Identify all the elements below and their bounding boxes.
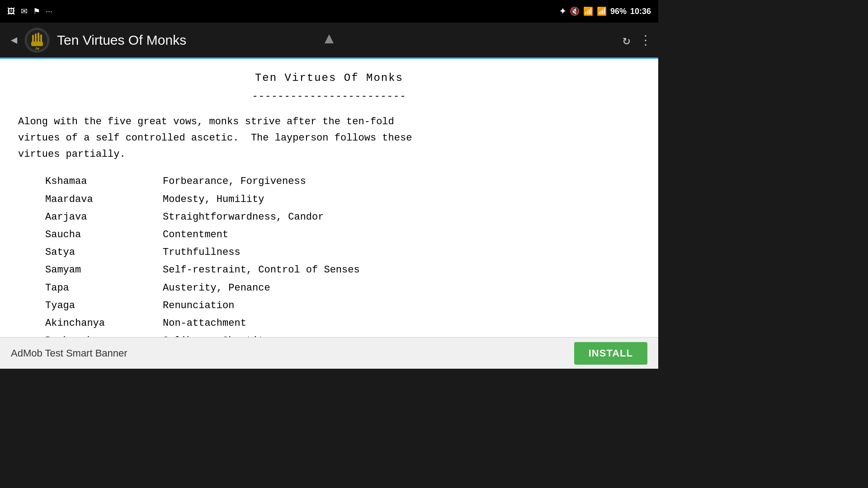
app-logo: JW [24, 28, 50, 53]
virtue-name: Tapa [45, 280, 163, 296]
battery-level: 96% [610, 7, 627, 16]
email-icon: ✉ [21, 6, 28, 16]
svg-text:JW: JW [35, 47, 39, 51]
virtue-name: Brahmacharya [45, 333, 163, 337]
svg-rect-4 [40, 34, 42, 42]
virtue-name: Akinchanya [45, 315, 163, 331]
wifi-icon: 📶 [583, 6, 593, 16]
svg-rect-2 [38, 33, 39, 42]
more-icon: ··· [46, 7, 52, 16]
virtue-row: TyagaRenunciation [45, 298, 640, 314]
virtue-name: Tyaga [45, 298, 163, 314]
content-intro: Along with the five great vows, monks st… [18, 114, 640, 163]
virtue-name: Aarjava [45, 209, 163, 225]
virtue-name: Kshamaa [45, 174, 163, 189]
virtue-meaning: Forbearance, Forgiveness [163, 174, 306, 189]
virtue-meaning: Celibacy, Chastity [163, 333, 270, 337]
virtues-list: KshamaaForbearance, ForgivenessMaardavaM… [45, 174, 640, 337]
virtue-row: SauchaContentment [45, 227, 640, 243]
virtue-row: AarjavaStraightforwardness, Candor [45, 209, 640, 225]
clock: 10:36 [630, 7, 651, 16]
svg-rect-5 [31, 42, 43, 46]
content-title: Ten Virtues Of Monks [18, 70, 640, 87]
virtue-name: Samyam [45, 262, 163, 278]
refresh-button[interactable]: ↻ [623, 33, 630, 48]
virtue-name: Saucha [45, 227, 163, 243]
virtue-row: TapaAusterity, Penance [45, 280, 640, 296]
menu-button[interactable]: ⋮ [639, 33, 651, 48]
virtue-row: BrahmacharyaCelibacy, Chastity [45, 333, 640, 337]
svg-rect-1 [35, 33, 37, 42]
virtue-meaning: Non-attachment [163, 315, 246, 331]
content-divider: ------------------------ [18, 89, 640, 104]
virtue-meaning: Modesty, Humility [163, 192, 264, 207]
bluetooth-icon: ✦ [559, 6, 566, 16]
svg-marker-7 [325, 34, 334, 43]
ad-text: AdMob Test Smart Banner [11, 347, 127, 359]
virtue-meaning: Self-restraint, Control of Senses [163, 262, 360, 278]
status-left-icons: 🖼 ✉ ⚑ ··· [7, 6, 52, 16]
ad-banner: AdMob Test Smart Banner INSTALL [0, 337, 658, 369]
virtue-row: MaardavaModesty, Humility [45, 192, 640, 207]
app-bar-actions: ↻ ⋮ [623, 33, 651, 48]
app-title: Ten Virtues Of Monks [57, 33, 623, 48]
app-bar: ◀ JW Ten Virtues Of Monks ↻ ⋮ [0, 23, 658, 59]
virtue-meaning: Straightforwardness, Candor [163, 209, 324, 225]
flag-icon: ⚑ [33, 6, 40, 16]
virtue-meaning: Truthfullness [163, 244, 241, 260]
virtue-name: Maardava [45, 192, 163, 207]
virtue-meaning: Contentment [163, 227, 228, 243]
virtue-row: AkinchanyaNon-attachment [45, 315, 640, 331]
main-content: Ten Virtues Of Monks -------------------… [0, 59, 658, 337]
back-button[interactable]: ◀ [7, 33, 21, 47]
gallery-icon: 🖼 [7, 7, 15, 16]
virtue-name: Satya [45, 244, 163, 260]
virtue-meaning: Austerity, Penance [163, 280, 270, 296]
signal-icon: 📶 [597, 6, 607, 16]
install-button[interactable]: INSTALL [574, 342, 647, 365]
status-right-icons: ✦ 🔇 📶 📶 96% 10:36 [559, 6, 651, 16]
virtue-row: SamyamSelf-restraint, Control of Senses [45, 262, 640, 278]
app-bar-center-indicator [322, 32, 336, 48]
status-bar: 🖼 ✉ ⚑ ··· ✦ 🔇 📶 📶 96% 10:36 [0, 0, 658, 23]
mute-icon: 🔇 [570, 6, 580, 16]
virtue-meaning: Renunciation [163, 298, 234, 314]
virtue-row: KshamaaForbearance, Forgiveness [45, 174, 640, 189]
virtue-row: SatyaTruthfullness [45, 244, 640, 260]
